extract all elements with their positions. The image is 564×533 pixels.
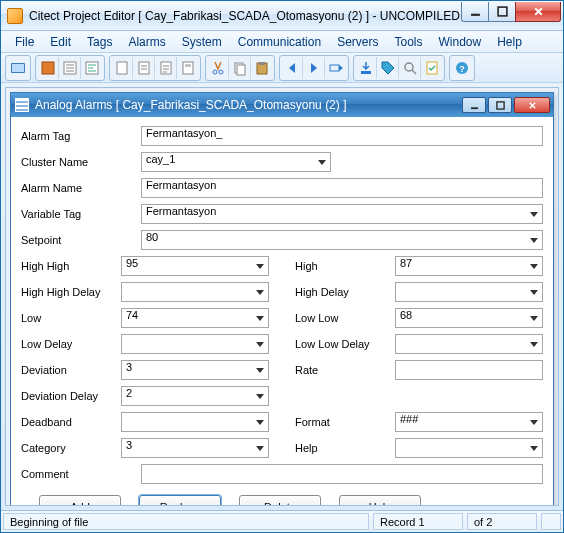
- inner-maximize-button[interactable]: [488, 97, 512, 113]
- field-format[interactable]: ###: [395, 412, 543, 432]
- field-cluster-name[interactable]: cay_1: [141, 152, 331, 172]
- toolbar-find-icon[interactable]: [399, 57, 421, 79]
- label-format: Format: [295, 416, 395, 428]
- svg-rect-11: [185, 64, 191, 67]
- label-alarm-name: Alarm Name: [21, 182, 141, 194]
- inner-window-title: Analog Alarms [ Cay_Fabrikasi_SCADA_Otom…: [35, 98, 462, 112]
- label-category: Category: [21, 442, 121, 454]
- svg-rect-0: [471, 13, 480, 15]
- field-high[interactable]: 87: [395, 256, 543, 276]
- label-comment: Comment: [21, 468, 141, 480]
- menu-window[interactable]: Window: [430, 33, 489, 51]
- inner-minimize-button[interactable]: [462, 97, 486, 113]
- help-button[interactable]: Help: [339, 495, 421, 506]
- toolbar-print-icon[interactable]: [177, 57, 199, 79]
- status-left: Beginning of file: [3, 513, 369, 530]
- svg-rect-19: [361, 71, 371, 74]
- field-low-delay[interactable]: [121, 334, 269, 354]
- field-low-low[interactable]: 68: [395, 308, 543, 328]
- svg-text:?: ?: [459, 64, 465, 74]
- field-high-high[interactable]: 95: [121, 256, 269, 276]
- field-deadband[interactable]: [121, 412, 269, 432]
- add-button[interactable]: Add: [39, 495, 121, 506]
- label-variable-tag: Variable Tag: [21, 208, 141, 220]
- toolbar-save-icon[interactable]: [155, 57, 177, 79]
- menu-system[interactable]: System: [174, 33, 230, 51]
- form-icon: [15, 98, 29, 112]
- toolbar-cut-icon[interactable]: [207, 57, 229, 79]
- label-low: Low: [21, 312, 121, 324]
- toolbar-arrow-left-icon[interactable]: [281, 57, 303, 79]
- menubar: File Edit Tags Alarms System Communicati…: [1, 31, 563, 53]
- menu-tools[interactable]: Tools: [386, 33, 430, 51]
- field-high-delay[interactable]: [395, 282, 543, 302]
- svg-rect-17: [259, 62, 265, 65]
- field-low-low-delay[interactable]: [395, 334, 543, 354]
- menu-edit[interactable]: Edit: [42, 33, 79, 51]
- svg-rect-18: [330, 65, 339, 71]
- toolbar-help-icon[interactable]: ?: [451, 57, 473, 79]
- analog-alarms-window: Analog Alarms [ Cay_Fabrikasi_SCADA_Otom…: [10, 92, 554, 506]
- svg-point-12: [213, 70, 217, 74]
- label-high-delay: High Delay: [295, 286, 395, 298]
- toolbar-compile-icon[interactable]: [421, 57, 443, 79]
- field-alarm-name[interactable]: Fermantasyon: [141, 178, 543, 198]
- label-high-high: High High: [21, 260, 121, 272]
- field-deviation-delay[interactable]: 2: [121, 386, 269, 406]
- menu-servers[interactable]: Servers: [329, 33, 386, 51]
- menu-communication[interactable]: Communication: [230, 33, 329, 51]
- statusbar: Beginning of file Record 1 of 2: [1, 510, 563, 532]
- label-rate: Rate: [295, 364, 395, 376]
- delete-button[interactable]: Delete: [239, 495, 321, 506]
- label-low-low: Low Low: [295, 312, 395, 324]
- field-comment[interactable]: [141, 464, 543, 484]
- field-help[interactable]: [395, 438, 543, 458]
- field-high-high-delay[interactable]: [121, 282, 269, 302]
- field-setpoint[interactable]: 80: [141, 230, 543, 250]
- svg-rect-8: [139, 62, 149, 74]
- svg-rect-7: [117, 62, 127, 74]
- field-deviation[interactable]: 3: [121, 360, 269, 380]
- toolbar-arrow-right-icon[interactable]: [303, 57, 325, 79]
- toolbar-graphics-icon[interactable]: [37, 57, 59, 79]
- field-variable-tag[interactable]: Fermantasyon: [141, 204, 543, 224]
- menu-file[interactable]: File: [7, 33, 42, 51]
- label-alarm-tag: Alarm Tag: [21, 130, 141, 142]
- label-high-high-delay: High High Delay: [21, 286, 121, 298]
- replace-button[interactable]: Replace: [139, 495, 221, 506]
- svg-point-20: [405, 63, 413, 71]
- toolbar-paste-icon[interactable]: [251, 57, 273, 79]
- toolbar-cicode-icon[interactable]: [81, 57, 103, 79]
- svg-rect-24: [470, 107, 477, 109]
- field-low[interactable]: 74: [121, 308, 269, 328]
- field-alarm-tag[interactable]: Fermantasyon_: [141, 126, 543, 146]
- inner-close-button[interactable]: [514, 97, 550, 113]
- toolbar-project-icon[interactable]: [7, 57, 29, 79]
- form-area: Alarm Tag Fermantasyon_ Cluster Name cay…: [11, 117, 553, 506]
- maximize-button[interactable]: [488, 2, 516, 22]
- close-button[interactable]: [515, 2, 561, 22]
- menu-alarms[interactable]: Alarms: [120, 33, 173, 51]
- label-setpoint: Setpoint: [21, 234, 141, 246]
- label-deadband: Deadband: [21, 416, 121, 428]
- toolbar-open-icon[interactable]: [133, 57, 155, 79]
- toolbar-download-icon[interactable]: [355, 57, 377, 79]
- toolbar-new-icon[interactable]: [111, 57, 133, 79]
- status-spare: [541, 513, 561, 530]
- label-cluster-name: Cluster Name: [21, 156, 141, 168]
- toolbar-tag-icon[interactable]: [377, 57, 399, 79]
- label-deviation-delay: Deviation Delay: [21, 390, 121, 402]
- menu-help[interactable]: Help: [489, 33, 530, 51]
- button-row: Add Replace Delete Help: [21, 489, 543, 506]
- menu-tags[interactable]: Tags: [79, 33, 120, 51]
- toolbar-list-icon[interactable]: [59, 57, 81, 79]
- field-category[interactable]: 3: [121, 438, 269, 458]
- toolbar-copy-icon[interactable]: [229, 57, 251, 79]
- svg-rect-4: [42, 62, 54, 74]
- toolbar: ?: [1, 53, 563, 83]
- field-rate[interactable]: [395, 360, 543, 380]
- inner-titlebar: Analog Alarms [ Cay_Fabrikasi_SCADA_Otom…: [11, 93, 553, 117]
- label-help: Help: [295, 442, 395, 454]
- minimize-button[interactable]: [461, 2, 489, 22]
- toolbar-goto-icon[interactable]: [325, 57, 347, 79]
